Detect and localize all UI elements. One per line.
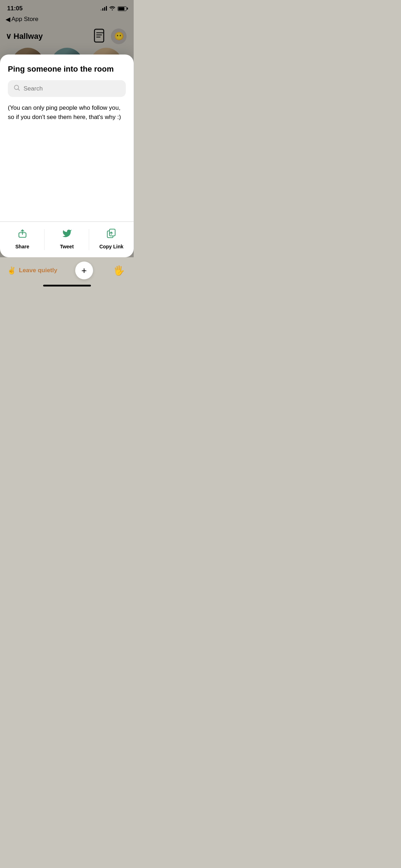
modal-overlay: Ping someone into the room (You can only…: [0, 0, 134, 289]
bottom-sheet: Ping someone into the room (You can only…: [0, 55, 134, 257]
share-button[interactable]: Share: [0, 222, 45, 257]
leave-quietly-button[interactable]: ✌️ Leave quietly: [7, 266, 57, 275]
raise-hand-icon: 🖐: [113, 265, 124, 276]
copy-link-icon: [107, 228, 117, 241]
add-button[interactable]: +: [75, 262, 93, 279]
add-icon: +: [81, 265, 87, 276]
sheet-title: Ping someone into the room: [8, 64, 126, 74]
sheet-content: Ping someone into the room (You can only…: [0, 55, 134, 221]
twitter-icon: [62, 228, 72, 241]
search-bar[interactable]: [8, 80, 126, 97]
search-input[interactable]: [24, 85, 120, 92]
svg-line-14: [18, 89, 20, 91]
home-indicator: [43, 285, 91, 286]
share-icon: [17, 228, 27, 241]
raise-hand-button[interactable]: 🖐: [111, 263, 127, 278]
info-text: (You can only ping people who follow you…: [8, 103, 126, 122]
tweet-button[interactable]: Tweet: [45, 222, 89, 257]
leave-emoji: ✌️: [7, 266, 16, 275]
sheet-actions: Share Tweet: [0, 222, 134, 257]
search-icon: [14, 84, 20, 93]
tweet-label: Tweet: [60, 244, 74, 249]
empty-content-area: [8, 129, 126, 221]
copy-link-label: Copy Link: [99, 244, 124, 249]
leave-label: Leave quietly: [19, 267, 57, 274]
share-label: Share: [15, 244, 29, 249]
copy-link-button[interactable]: Copy Link: [89, 222, 134, 257]
